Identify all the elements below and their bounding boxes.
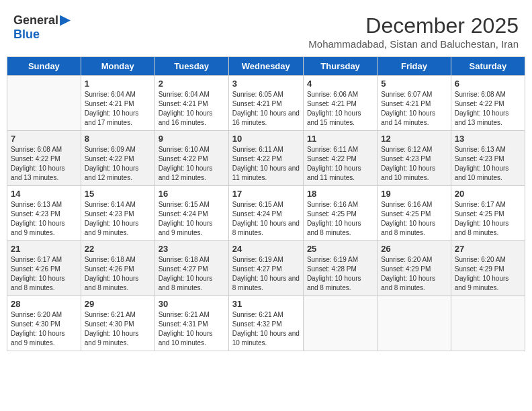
day-info: Sunrise: 6:17 AM Sunset: 4:25 PM Dayligh…: [455, 200, 521, 238]
day-number: 17: [232, 189, 300, 199]
day-info: Sunrise: 6:20 AM Sunset: 4:29 PM Dayligh…: [455, 255, 521, 293]
day-number: 16: [159, 189, 225, 199]
logo-icon: [60, 15, 71, 26]
day-info: Sunrise: 6:08 AM Sunset: 4:22 PM Dayligh…: [11, 145, 77, 183]
logo-general: General: [13, 13, 58, 28]
title-area: December 2025 Mohammadabad, Sistan and B…: [308, 13, 519, 50]
calendar-cell: 18Sunrise: 6:16 AM Sunset: 4:25 PM Dayli…: [303, 186, 377, 241]
calendar-cell: 7Sunrise: 6:08 AM Sunset: 4:22 PM Daylig…: [7, 131, 81, 186]
day-number: 27: [455, 244, 521, 254]
day-info: Sunrise: 6:19 AM Sunset: 4:28 PM Dayligh…: [307, 255, 373, 293]
logo-blue: Blue: [13, 28, 40, 42]
day-number: 19: [381, 189, 447, 199]
day-number: 4: [307, 79, 373, 89]
day-number: 18: [307, 189, 373, 199]
day-number: 7: [11, 134, 77, 144]
day-number: 1: [85, 79, 151, 89]
calendar-cell: 13Sunrise: 6:13 AM Sunset: 4:23 PM Dayli…: [451, 131, 525, 186]
day-number: 20: [455, 189, 521, 199]
day-info: Sunrise: 6:09 AM Sunset: 4:22 PM Dayligh…: [85, 145, 151, 183]
day-info: Sunrise: 6:17 AM Sunset: 4:26 PM Dayligh…: [11, 255, 77, 293]
calendar-week-row: 7Sunrise: 6:08 AM Sunset: 4:22 PM Daylig…: [7, 131, 525, 186]
calendar-header-saturday: Saturday: [451, 57, 525, 76]
calendar-cell: [7, 76, 81, 131]
calendar-cell: 1Sunrise: 6:04 AM Sunset: 4:21 PM Daylig…: [81, 76, 154, 131]
day-info: Sunrise: 6:18 AM Sunset: 4:27 PM Dayligh…: [159, 255, 225, 293]
day-number: 25: [307, 244, 373, 254]
calendar-cell: 5Sunrise: 6:07 AM Sunset: 4:21 PM Daylig…: [378, 76, 451, 131]
day-number: 5: [381, 79, 447, 89]
calendar-cell: 8Sunrise: 6:09 AM Sunset: 4:22 PM Daylig…: [81, 131, 154, 186]
calendar-cell: 12Sunrise: 6:12 AM Sunset: 4:23 PM Dayli…: [378, 131, 451, 186]
calendar-cell: 31Sunrise: 6:21 AM Sunset: 4:32 PM Dayli…: [228, 296, 303, 351]
day-number: 12: [381, 134, 447, 144]
day-number: 31: [232, 299, 300, 309]
day-info: Sunrise: 6:10 AM Sunset: 4:22 PM Dayligh…: [159, 145, 225, 183]
day-info: Sunrise: 6:11 AM Sunset: 4:22 PM Dayligh…: [307, 145, 373, 183]
calendar-cell: 19Sunrise: 6:16 AM Sunset: 4:25 PM Dayli…: [378, 186, 451, 241]
calendar-header-monday: Monday: [81, 57, 154, 76]
day-info: Sunrise: 6:08 AM Sunset: 4:22 PM Dayligh…: [455, 90, 521, 128]
calendar: SundayMondayTuesdayWednesdayThursdayFrid…: [7, 56, 525, 351]
day-info: Sunrise: 6:13 AM Sunset: 4:23 PM Dayligh…: [455, 145, 521, 183]
calendar-cell: 16Sunrise: 6:15 AM Sunset: 4:24 PM Dayli…: [154, 186, 228, 241]
calendar-header-friday: Friday: [378, 57, 451, 76]
day-number: 30: [159, 299, 225, 309]
calendar-cell: 22Sunrise: 6:18 AM Sunset: 4:26 PM Dayli…: [81, 241, 154, 296]
day-info: Sunrise: 6:21 AM Sunset: 4:31 PM Dayligh…: [159, 310, 225, 348]
day-number: 23: [159, 244, 225, 254]
day-number: 3: [232, 79, 300, 89]
calendar-cell: 15Sunrise: 6:14 AM Sunset: 4:23 PM Dayli…: [81, 186, 154, 241]
day-info: Sunrise: 6:13 AM Sunset: 4:23 PM Dayligh…: [11, 200, 77, 238]
day-number: 21: [11, 244, 77, 254]
day-info: Sunrise: 6:15 AM Sunset: 4:24 PM Dayligh…: [159, 200, 225, 238]
calendar-cell: 24Sunrise: 6:19 AM Sunset: 4:27 PM Dayli…: [228, 241, 303, 296]
calendar-cell: [303, 296, 377, 351]
day-info: Sunrise: 6:04 AM Sunset: 4:21 PM Dayligh…: [159, 90, 225, 128]
calendar-week-row: 28Sunrise: 6:20 AM Sunset: 4:30 PM Dayli…: [7, 296, 525, 351]
day-info: Sunrise: 6:16 AM Sunset: 4:25 PM Dayligh…: [381, 200, 447, 238]
calendar-week-row: 1Sunrise: 6:04 AM Sunset: 4:21 PM Daylig…: [7, 76, 525, 131]
header: General Blue December 2025 Mohammadabad,…: [7, 7, 525, 52]
calendar-cell: [451, 296, 525, 351]
calendar-cell: 20Sunrise: 6:17 AM Sunset: 4:25 PM Dayli…: [451, 186, 525, 241]
logo: General Blue: [13, 13, 71, 42]
day-number: 26: [381, 244, 447, 254]
day-number: 13: [455, 134, 521, 144]
day-info: Sunrise: 6:21 AM Sunset: 4:30 PM Dayligh…: [85, 310, 151, 348]
day-number: 2: [159, 79, 225, 89]
day-number: 28: [11, 299, 77, 309]
day-info: Sunrise: 6:12 AM Sunset: 4:23 PM Dayligh…: [381, 145, 447, 183]
subtitle: Mohammadabad, Sistan and Baluchestan, Ir…: [308, 38, 519, 50]
calendar-cell: 26Sunrise: 6:20 AM Sunset: 4:29 PM Dayli…: [378, 241, 451, 296]
calendar-cell: 30Sunrise: 6:21 AM Sunset: 4:31 PM Dayli…: [154, 296, 228, 351]
calendar-header-row: SundayMondayTuesdayWednesdayThursdayFrid…: [7, 57, 525, 76]
day-number: 15: [85, 189, 151, 199]
day-number: 29: [85, 299, 151, 309]
calendar-cell: [378, 296, 451, 351]
calendar-cell: 11Sunrise: 6:11 AM Sunset: 4:22 PM Dayli…: [303, 131, 377, 186]
calendar-week-row: 21Sunrise: 6:17 AM Sunset: 4:26 PM Dayli…: [7, 241, 525, 296]
day-info: Sunrise: 6:04 AM Sunset: 4:21 PM Dayligh…: [85, 90, 151, 128]
calendar-cell: 10Sunrise: 6:11 AM Sunset: 4:22 PM Dayli…: [228, 131, 303, 186]
day-number: 14: [11, 189, 77, 199]
month-title: December 2025: [308, 13, 519, 38]
day-info: Sunrise: 6:18 AM Sunset: 4:26 PM Dayligh…: [85, 255, 151, 293]
calendar-week-row: 14Sunrise: 6:13 AM Sunset: 4:23 PM Dayli…: [7, 186, 525, 241]
day-number: 22: [85, 244, 151, 254]
day-number: 9: [159, 134, 225, 144]
calendar-cell: 25Sunrise: 6:19 AM Sunset: 4:28 PM Dayli…: [303, 241, 377, 296]
day-info: Sunrise: 6:20 AM Sunset: 4:30 PM Dayligh…: [11, 310, 77, 348]
day-info: Sunrise: 6:15 AM Sunset: 4:24 PM Dayligh…: [232, 200, 300, 238]
day-info: Sunrise: 6:16 AM Sunset: 4:25 PM Dayligh…: [307, 200, 373, 238]
calendar-cell: 3Sunrise: 6:05 AM Sunset: 4:21 PM Daylig…: [228, 76, 303, 131]
calendar-cell: 9Sunrise: 6:10 AM Sunset: 4:22 PM Daylig…: [154, 131, 228, 186]
day-number: 11: [307, 134, 373, 144]
day-info: Sunrise: 6:07 AM Sunset: 4:21 PM Dayligh…: [381, 90, 447, 128]
calendar-header-tuesday: Tuesday: [154, 57, 228, 76]
calendar-cell: 23Sunrise: 6:18 AM Sunset: 4:27 PM Dayli…: [154, 241, 228, 296]
calendar-cell: 29Sunrise: 6:21 AM Sunset: 4:30 PM Dayli…: [81, 296, 154, 351]
calendar-cell: 2Sunrise: 6:04 AM Sunset: 4:21 PM Daylig…: [154, 76, 228, 131]
calendar-header-sunday: Sunday: [7, 57, 81, 76]
day-info: Sunrise: 6:20 AM Sunset: 4:29 PM Dayligh…: [381, 255, 447, 293]
